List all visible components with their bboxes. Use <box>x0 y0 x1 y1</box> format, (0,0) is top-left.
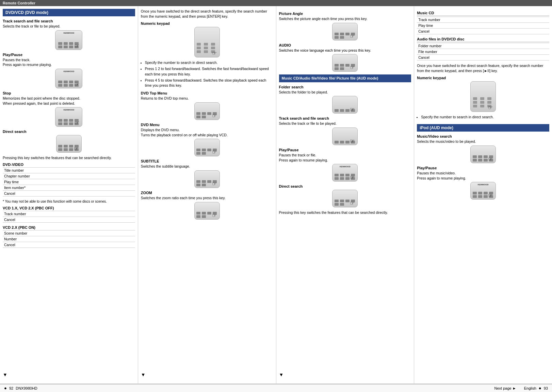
col2-bullets: Specify the number to search in direct s… <box>141 60 273 88</box>
folder-search-desc: Selects the folder to be played. <box>279 90 411 95</box>
play-pause-desc-3: Pauses the music/video. Press again to r… <box>417 171 549 181</box>
remote-direct-search-2: ☞ <box>332 190 358 207</box>
remote-audio: ☞ <box>332 54 358 72</box>
cancel: Cancel <box>3 217 135 223</box>
remote-track-search-2: ☞ <box>332 127 358 145</box>
section-ipod: iPod (AUD mode) <box>417 124 549 132</box>
page-footer: ● 92 DNX9980HD Next page ► English ● 93 <box>0 384 552 392</box>
picture-angle-title: Picture Angle <box>279 12 411 16</box>
direct-search-desc-2: Pressing this key switches the features … <box>279 210 411 215</box>
stop-desc: Memorizes the last point where the disc … <box>3 96 135 106</box>
table-row: Cancel <box>3 242 135 248</box>
music-cd-table: Track number Play time Cancel <box>417 17 549 34</box>
vcd1-table: Track number Cancel <box>3 211 135 223</box>
bullet-specify-2: Specify the number to search in direct s… <box>421 115 549 120</box>
track-search-desc-2: Selects the track or file to be played. <box>279 121 411 126</box>
subtitle-desc: Switches the subtitle language. <box>141 164 273 169</box>
remote-image-4: ☞ <box>56 135 82 153</box>
file-number-af: File number <box>417 49 549 55</box>
audio-files-title: Audio files in DVD/CD disc <box>417 37 549 42</box>
col4-bullets: Specify the number to search in direct s… <box>417 115 549 120</box>
table-row: Folder number <box>417 43 549 49</box>
audio-files-table: Folder number File number Cancel <box>417 43 549 61</box>
music-video-search-desc: Selects the music/video to be played. <box>417 139 549 144</box>
music-cd-title: Music CD <box>417 11 549 16</box>
column-2: Once you have switched to the direct sea… <box>138 6 276 384</box>
play-pause-title: Play/Pause <box>3 53 135 57</box>
arrow-down-icon: ▼ <box>3 372 7 377</box>
play-pause-desc-2: Pauses the track or file. Press again to… <box>279 153 411 163</box>
chapter-number: Chapter number <box>3 173 135 179</box>
track-search-title-2: Track search and file search <box>279 116 411 120</box>
play-pause-title-2: Play/Pause <box>279 148 411 152</box>
numeric-keypad-title-2: Numeric keypad <box>417 76 549 80</box>
remote-image-2: KENWOOD ☞ <box>55 69 82 88</box>
cancel-af: Cancel <box>417 55 549 61</box>
table-row: File number <box>417 49 549 55</box>
music-video-search-title: Music/Video search <box>417 134 549 138</box>
next-page-arrow-icon: ► <box>513 386 516 390</box>
direct-search-desc: Pressing this key switches the features … <box>3 155 135 160</box>
col4-intro: Once you have switched to the direct sea… <box>417 63 549 73</box>
table-row: Play time <box>3 179 135 185</box>
table-row: Cancel <box>417 29 549 34</box>
scene-number: Scene number <box>3 231 135 236</box>
bullet-slow: Press 4 5 to slow forward/backward. Swit… <box>145 78 273 89</box>
title-number: Title number <box>3 168 135 173</box>
dvd-video-table: Title number Chapter number Play time It… <box>3 167 135 197</box>
table-row: Track number <box>417 17 549 23</box>
cancel: Cancel <box>3 242 135 248</box>
dvd-video-label: DVD-VIDEO <box>3 163 135 167</box>
remote-zoom: ☞ <box>194 202 220 220</box>
track-search-desc: Selects the track or file to be played. <box>3 24 135 29</box>
table-row: Play time <box>417 23 549 29</box>
cancel: Cancel <box>3 191 135 197</box>
track-number-mc: Track number <box>417 17 549 23</box>
number: Number <box>3 236 135 242</box>
folder-search-title: Folder search <box>279 85 411 89</box>
remote-music-video: ☞ <box>470 146 496 163</box>
dvd-menu-desc: Displays the DVD menu. Turns the playbac… <box>141 127 273 137</box>
play-pause-title-3: Play/Pause <box>417 166 549 170</box>
dvd-video-note: * You may not be able to use this functi… <box>3 199 135 204</box>
subtitle-title: SUBTITLE <box>141 159 273 163</box>
table-row: Number <box>3 236 135 242</box>
table-row: Cancel <box>417 55 549 61</box>
arrow-down-icon-3: ▼ <box>279 372 284 377</box>
footer-right: Next page ► English ● 93 <box>494 386 548 391</box>
dvd-top-menu-title: DVD Top Menu <box>141 91 273 95</box>
remote-numeric: ☞ <box>194 27 220 57</box>
item-number: Item number* <box>3 185 135 191</box>
table-row: Title number <box>3 168 135 173</box>
bullet-ff: Press 1 2 to fast forward/backward. Swit… <box>145 66 273 77</box>
zoom-desc: Switches the zoom ratio each time you pr… <box>141 195 273 201</box>
stop-title: Stop <box>3 91 135 95</box>
table-row: Track number <box>3 211 135 217</box>
play-pause-desc: Pauses the track. Press again to resume … <box>3 57 135 67</box>
arrow-down-icon-2: ▼ <box>141 372 146 377</box>
folder-number-af: Folder number <box>417 43 549 49</box>
page-header: Remote Controller <box>0 0 552 6</box>
numeric-keypad-title: Numeric keypad <box>141 21 273 25</box>
play-time: Play time <box>3 179 135 185</box>
remote-dvd-top: ☞ <box>194 102 220 120</box>
direct-search-title: Direct search <box>3 130 135 134</box>
dvd-top-menu-desc: Returns to the DVD top menu. <box>141 96 273 101</box>
audio-desc: Switches the voice language each time yo… <box>279 48 411 53</box>
remote-play-pause-3: KENWOOD ☞ <box>470 182 496 200</box>
section-music-cd-aud: Music CD/Audio file/Video file/ Picture … <box>279 74 411 82</box>
zoom-title: ZOOM <box>141 191 273 195</box>
track-number: Track number <box>3 211 135 217</box>
picture-angle-desc: Switches the picture angle each time you… <box>279 16 411 21</box>
remote-play-pause-2: KENWOOD ☞ <box>332 164 358 182</box>
audio-title: AUDIO <box>279 43 411 47</box>
table-row: Item number* <box>3 185 135 191</box>
table-row: Scene number <box>3 231 135 236</box>
table-row: Chapter number <box>3 173 135 179</box>
column-1: DVD/VCD (DVD mode) Track search and file… <box>0 6 138 384</box>
section-dvd-vcd: DVD/VCD (DVD mode) <box>3 9 135 16</box>
table-row: Cancel <box>3 217 135 223</box>
remote-subtitle: ☞ <box>194 170 220 188</box>
dvd-menu-title: DVD Menu <box>141 123 273 127</box>
vcd1-label: VCD 1.X, VCD 2.X (PBC OFF) <box>3 206 135 210</box>
